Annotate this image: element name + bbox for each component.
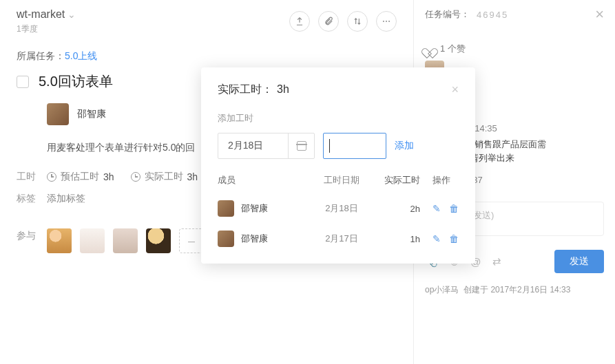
app-root: wt-market ⌄ 1季度 所属任务：5.0上线 5.0回访表单 邵智康 用… (0, 0, 615, 364)
svg-point-2 (388, 21, 390, 22)
clock-icon (47, 172, 56, 182)
assignee-avatar (47, 103, 69, 125)
member-name: 邵智康 (241, 233, 268, 245)
close-icon[interactable]: × (451, 83, 459, 97)
hours-table: 成员 工时日期 实际工时 操作 邵智康 2月18日 2h ✎ 🗑 邵智康 2月1… (218, 174, 459, 254)
transfer-icon[interactable]: ⇄ (492, 255, 501, 268)
col-member: 成员 (218, 174, 314, 186)
edit-icon[interactable]: ✎ (432, 233, 441, 244)
col-date: 工时日期 (314, 174, 369, 186)
attach-button[interactable] (318, 11, 339, 32)
participant-avatar[interactable] (47, 228, 72, 253)
svg-point-1 (386, 21, 387, 22)
close-icon[interactable]: × (595, 7, 604, 22)
breadcrumb-title: wt-market (17, 8, 65, 21)
participant-avatar[interactable] (113, 228, 138, 253)
chevron-down-icon: ⌄ (67, 9, 76, 20)
date-value: 2月18日 (218, 140, 288, 152)
participants-section-label: 参与 (17, 224, 47, 242)
col-actions: 操作 (420, 174, 459, 186)
modal-header: 实际工时：3h × (218, 83, 459, 97)
modal-title: 实际工时：3h (218, 83, 289, 97)
toolbar (289, 8, 397, 32)
modal-add-label: 添加工时 (218, 112, 459, 125)
estimate-label: 预估工时 (61, 171, 99, 183)
member-name: 邵智康 (241, 202, 268, 215)
task-number: 46945 (477, 10, 508, 20)
edit-icon[interactable]: ✎ (432, 203, 441, 214)
parent-task-row: 所属任务：5.0上线 (17, 50, 397, 63)
actual-value: 3h (187, 171, 198, 182)
breadcrumb[interactable]: wt-market ⌄ (17, 8, 289, 21)
table-row: 邵智康 2月18日 2h ✎ 🗑 (218, 193, 459, 224)
parent-task-label: 所属任务： (17, 50, 65, 61)
created-label: 创建于 (463, 285, 488, 295)
clock-icon (131, 172, 140, 182)
row-date: 2月18日 (314, 202, 369, 215)
estimate-value: 3h (103, 171, 114, 182)
actual-label: 实际工时 (145, 171, 183, 183)
heart-icon (425, 44, 435, 54)
assignee-name: 邵智康 (77, 108, 106, 120)
estimate-hours[interactable]: 预估工时 3h (47, 171, 114, 183)
share-button[interactable] (289, 11, 310, 32)
breadcrumb-block: wt-market ⌄ 1季度 (17, 8, 289, 35)
sort-button[interactable] (347, 11, 368, 32)
header: wt-market ⌄ 1季度 (17, 8, 397, 35)
likes-count: 1 个赞 (440, 43, 466, 55)
parent-task-link[interactable]: 5.0上线 (65, 50, 97, 61)
delete-icon[interactable]: 🗑 (449, 203, 459, 214)
hours-modal: 实际工时：3h × 添加工时 2月18日 添加 成员 工时日期 实际工时 操作 (201, 67, 475, 264)
hours-section-label: 工时 (17, 171, 47, 183)
participant-avatar[interactable] (80, 228, 105, 253)
send-button[interactable]: 发送 (554, 250, 604, 273)
modal-input-row: 2月18日 添加 (218, 133, 459, 159)
actual-hours[interactable]: 实际工时 3h (131, 171, 198, 183)
task-checkbox[interactable] (17, 76, 29, 88)
breadcrumb-subtitle: 1季度 (17, 23, 289, 35)
member-avatar (218, 200, 234, 217)
col-hours: 实际工时 (369, 174, 420, 186)
participants-list: – (47, 228, 204, 253)
likes-row[interactable]: 1 个赞 (425, 43, 604, 55)
date-input[interactable]: 2月18日 (218, 133, 315, 159)
calendar-icon[interactable] (288, 133, 314, 159)
svg-point-0 (383, 21, 384, 22)
created-info: op小泽马 创建于 2017年2月16日 14:33 (425, 284, 604, 296)
task-number-label: 任务编号： (425, 8, 470, 21)
delete-icon[interactable]: 🗑 (449, 233, 459, 244)
add-hours-button[interactable]: 添加 (395, 140, 414, 152)
member-avatar (218, 231, 234, 247)
task-title: 5.0回访表单 (39, 72, 113, 91)
created-by: op小泽马 (425, 285, 459, 295)
tags-section-label: 标签 (17, 193, 47, 205)
add-participant-button[interactable]: – (179, 228, 204, 253)
side-header: 任务编号： 46945 × (425, 7, 604, 22)
hours-input[interactable] (323, 133, 386, 159)
row-date: 2月17日 (314, 233, 369, 245)
row-hours: 1h (369, 234, 420, 244)
table-header: 成员 工时日期 实际工时 操作 (218, 174, 459, 193)
participant-avatar[interactable] (146, 228, 171, 253)
table-row: 邵智康 2月17日 1h ✎ 🗑 (218, 224, 459, 254)
text-caret (329, 139, 330, 153)
more-button[interactable] (376, 11, 397, 32)
row-hours: 2h (369, 204, 420, 214)
add-tag-link[interactable]: 添加标签 (47, 193, 85, 205)
created-at: 2017年2月16日 14:33 (490, 285, 570, 295)
